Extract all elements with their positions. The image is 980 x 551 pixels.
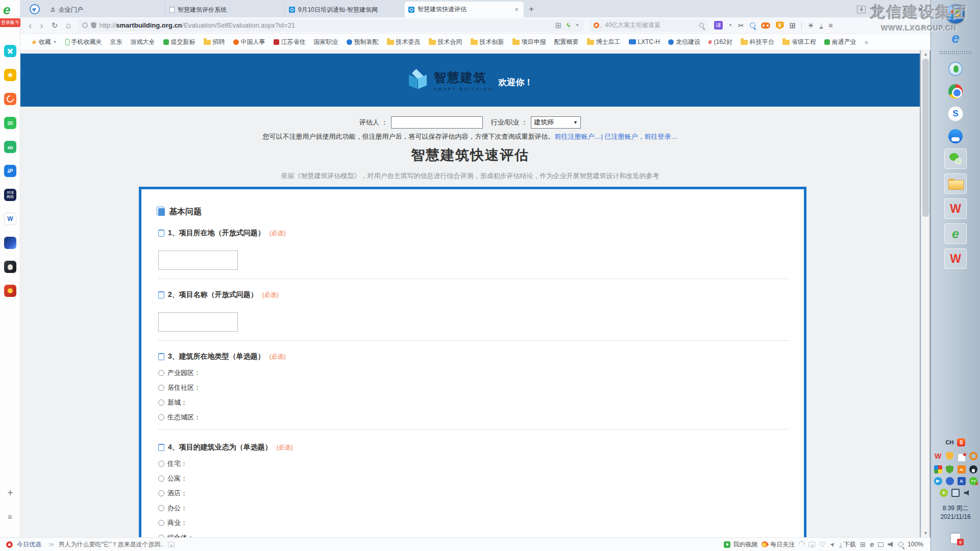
bookmark-item[interactable]: 中国人事 bbox=[230, 36, 268, 48]
q2-input[interactable] bbox=[158, 312, 238, 332]
zoom-lens-icon[interactable] bbox=[898, 542, 903, 547]
screenshot-scissors-icon[interactable]: ✂ bbox=[738, 21, 744, 30]
colorcube-tray-icon[interactable] bbox=[934, 465, 942, 473]
tab-quick-evaluation-active[interactable]: 智慧建筑快速评估 × bbox=[404, 2, 524, 17]
bookmark-item[interactable]: 国家职业 bbox=[311, 36, 341, 48]
q4-option-row[interactable]: 酒店： bbox=[158, 490, 804, 496]
scrollbar-thumb[interactable] bbox=[922, 59, 929, 217]
refresh-button[interactable]: ↻ bbox=[52, 21, 58, 29]
game-app-icon[interactable] bbox=[4, 285, 16, 297]
scroll-down-arrow[interactable]: ▼ bbox=[921, 530, 930, 537]
start-button[interactable] bbox=[946, 4, 965, 23]
radio-button[interactable] bbox=[158, 490, 164, 496]
vertical-scrollbar[interactable]: ▲ ▼ bbox=[921, 51, 929, 537]
bookmark-item[interactable]: LXTC-H bbox=[626, 37, 663, 47]
qq-tray-icon[interactable] bbox=[969, 465, 977, 473]
cloud-drive-icon[interactable]: ∞ bbox=[4, 141, 16, 153]
q4-option-row[interactable]: 公寓： bbox=[158, 475, 804, 482]
q3-option-row[interactable]: 生态城区： bbox=[158, 414, 804, 420]
favorites-star-icon[interactable]: ★ bbox=[4, 69, 16, 81]
orange-ring-tray-icon[interactable] bbox=[969, 452, 977, 460]
sogou-ime-icon[interactable]: S bbox=[957, 438, 965, 446]
wechat-taskbar-icon[interactable] bbox=[944, 148, 967, 169]
q4-option-row[interactable]: 商业： bbox=[158, 520, 804, 526]
accelerator-tray-icon[interactable]: + bbox=[940, 489, 948, 497]
close-button[interactable]: ✕ bbox=[918, 6, 923, 13]
ie-compat-icon[interactable]: e bbox=[870, 540, 874, 548]
speed-mode-icon[interactable]: ϟ bbox=[567, 21, 570, 29]
minimize-button[interactable]: — bbox=[889, 6, 896, 13]
snapshot-icon[interactable] bbox=[808, 542, 815, 547]
bookmark-item[interactable]: 预制装配 bbox=[344, 36, 382, 48]
browser-logo-icon[interactable]: e bbox=[3, 2, 10, 18]
game-app-icon[interactable] bbox=[4, 237, 16, 249]
parrot-app-icon[interactable] bbox=[948, 61, 963, 77]
is-tray-icon[interactable]: is bbox=[958, 465, 966, 473]
forward-button[interactable]: › bbox=[40, 20, 43, 30]
maximize-button[interactable] bbox=[904, 7, 910, 12]
apps-grid-icon[interactable]: ⊞ bbox=[790, 21, 796, 30]
reader-mode-icon[interactable] bbox=[82, 22, 88, 28]
daily-follow-button[interactable]: 每日关注 bbox=[762, 540, 795, 549]
word-doc-icon[interactable]: W bbox=[4, 213, 16, 225]
sogou-browser-icon[interactable]: S bbox=[948, 106, 963, 121]
skin-theme-icon[interactable] bbox=[874, 7, 881, 12]
extensions-grid-icon[interactable]: ⊞ bbox=[860, 540, 866, 548]
notes-tray-icon[interactable] bbox=[958, 454, 966, 462]
online-school-icon[interactable]: 环球网校 bbox=[4, 189, 16, 201]
game-center-icon[interactable] bbox=[761, 22, 770, 29]
daily-picks-label[interactable]: 今日优选 bbox=[17, 540, 41, 549]
translate-icon[interactable]: 译 bbox=[714, 21, 723, 30]
wallet-icon[interactable]: ¥ bbox=[776, 21, 784, 30]
scroll-up-arrow[interactable]: ▲ bbox=[921, 51, 930, 58]
mute-speaker-icon[interactable] bbox=[888, 542, 894, 547]
search-engine-icon[interactable] bbox=[594, 22, 599, 28]
zoom-level[interactable]: 100% bbox=[908, 541, 923, 548]
ime-indicator[interactable]: CH bbox=[946, 439, 954, 445]
q1-input[interactable] bbox=[158, 251, 238, 270]
radio-button[interactable] bbox=[158, 370, 164, 376]
chevron-down-icon[interactable]: ▼ bbox=[575, 23, 579, 28]
radio-button[interactable] bbox=[158, 385, 164, 391]
notes-badge-icon[interactable]: 9 bbox=[950, 533, 961, 544]
menu-icon[interactable]: ≡ bbox=[828, 21, 833, 30]
sidebar-menu-button[interactable]: ≡ bbox=[0, 512, 20, 521]
bookmark-folder[interactable]: 招聘 bbox=[201, 36, 228, 48]
health-heart-icon[interactable]: ♡ bbox=[819, 540, 826, 548]
game-app-icon[interactable] bbox=[4, 261, 16, 273]
radio-button[interactable] bbox=[158, 505, 164, 511]
network-monitor-icon[interactable] bbox=[951, 489, 960, 497]
q4-option-row[interactable]: 办公： bbox=[158, 505, 804, 511]
bookmark-item[interactable]: 手机收藏夹 bbox=[62, 36, 105, 48]
login-account-badge[interactable]: 登录账号 bbox=[0, 18, 20, 27]
search-query[interactable]: 40亿大案主犯被遣返 bbox=[605, 21, 696, 30]
bookmark-folder[interactable]: 技术创新 bbox=[468, 36, 507, 48]
register-link[interactable]: 前往注册账户… bbox=[554, 133, 601, 140]
tab-training-notice[interactable]: 9月10日培训通知-智慧建筑网 bbox=[285, 2, 404, 17]
brightness-icon[interactable]: ☀ bbox=[807, 21, 814, 30]
radio-button[interactable] bbox=[158, 475, 164, 482]
tab-count-badge[interactable]: 4 bbox=[857, 6, 866, 13]
radio-button[interactable] bbox=[158, 399, 164, 406]
protect-shield-icon[interactable] bbox=[799, 541, 804, 548]
chrome-icon[interactable] bbox=[948, 84, 963, 99]
bookmark-item[interactable]: e(162封 bbox=[705, 36, 736, 48]
bookmark-item[interactable]: 京东 bbox=[107, 36, 126, 48]
search-box[interactable]: , 40亿大案主犯被遣返 bbox=[590, 19, 708, 32]
360-browser-taskbar-icon[interactable]: e bbox=[944, 223, 967, 244]
q3-option-row[interactable]: 新城： bbox=[158, 399, 804, 406]
ie-taskbar-icon[interactable]: e bbox=[951, 30, 960, 46]
bookmark-item[interactable]: 提交新标 bbox=[160, 36, 199, 48]
wps-tray-icon[interactable]: W bbox=[934, 452, 942, 460]
wps-taskbar-icon[interactable]: W bbox=[944, 198, 967, 219]
bookmark-item[interactable]: 江苏省住 bbox=[271, 36, 309, 48]
q4-option-row[interactable]: 住宅： bbox=[158, 461, 804, 467]
chevron-down-icon[interactable]: ▼ bbox=[728, 23, 732, 28]
tab-evaluation-system[interactable]: 智慧建筑评价系统 bbox=[165, 2, 285, 17]
weibo-icon[interactable] bbox=[4, 93, 16, 105]
compass-icon[interactable] bbox=[30, 4, 40, 14]
cyan-app-icon[interactable] bbox=[4, 45, 16, 57]
url-box[interactable]: × http://smartbuilding.org.cn/Evaluation… bbox=[78, 19, 583, 32]
tab-enterprise-portal[interactable]: ⚓ 企业门户 bbox=[46, 2, 165, 17]
login-link[interactable]: 已注册账户，前往登录… bbox=[605, 133, 678, 140]
